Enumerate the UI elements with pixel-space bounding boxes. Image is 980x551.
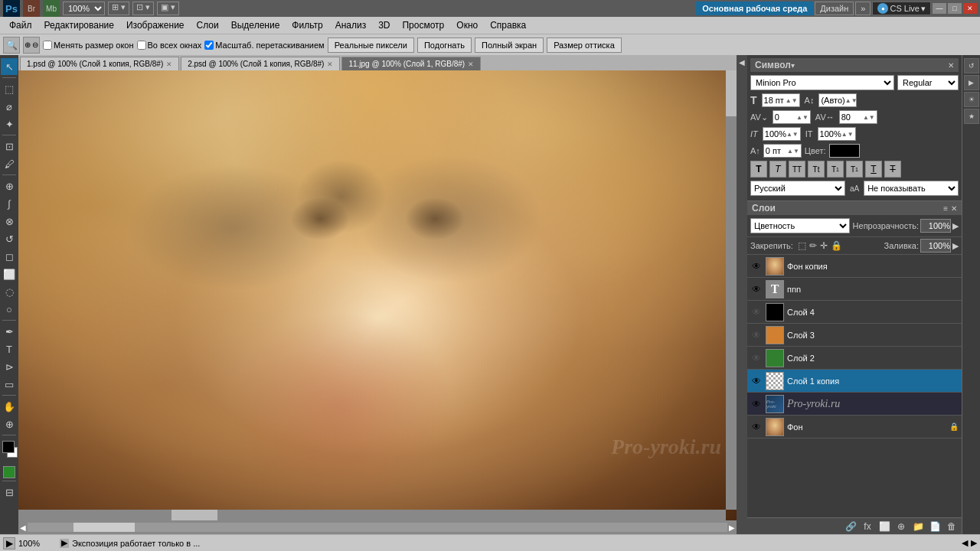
menu-window[interactable]: Окно [450,17,484,34]
close-button[interactable]: ✕ [963,3,977,14]
vertical-scroll-thumb[interactable] [726,70,737,116]
tab-1psd[interactable]: 1.psd @ 100% (Слой 1 копия, RGB/8#) ✕ [20,57,179,70]
gradient-tool[interactable]: ⬜ [1,266,18,282]
tracking-input[interactable]: 80 ▲▼ [839,110,877,124]
layer-visibility-sloy4[interactable]: 👁 [750,306,763,318]
h-scale-input[interactable]: 100% ▲▼ [763,127,801,141]
lock-pixels-icon[interactable]: ⬚ [798,240,806,251]
opacity-arrow[interactable]: ▶ [952,221,959,231]
menu-analysis[interactable]: Анализ [329,17,373,34]
mb-button[interactable]: Mb [43,0,60,17]
scrubby-zoom-checkbox[interactable] [204,41,214,50]
lock-move-icon[interactable]: ✛ [820,240,828,251]
workspace-button[interactable]: Основная рабочая среда [696,2,813,15]
resize-windows-checkbox[interactable] [43,41,52,50]
canvas-nav-left[interactable]: ◀ [20,523,26,532]
status-nav-right[interactable]: ▶ [971,538,977,548]
antialiasing-select[interactable]: Не показывать Резкое Четкое [864,181,959,196]
canvas-nav-right[interactable]: ▶ [729,523,735,532]
font-style-select[interactable]: Regular Bold Italic [897,75,959,90]
scrubby-zoom-checkbox-label[interactable]: Масштаб. перетаскиванием [204,41,324,50]
menu-3d[interactable]: 3D [372,17,396,34]
brush-tool[interactable]: ∫ [1,195,18,212]
font-size-input[interactable]: 18 пт ▲▼ [762,93,800,107]
opacity-input[interactable] [920,219,951,233]
quick-select-tool[interactable]: ✦ [1,116,18,132]
layer-item-pnn[interactable]: 👁 T пnn [747,278,962,301]
maximize-button[interactable]: □ [948,3,962,14]
zoom-in-icon[interactable]: ⊕ ⊖ [23,37,40,54]
italic-text-btn[interactable]: T [769,161,786,178]
leading-input[interactable]: (Авто) ▲▼ [818,93,857,107]
blur-tool[interactable]: ◌ [1,283,18,300]
text-color-swatch[interactable] [829,144,860,158]
vtab-history[interactable]: ↺ [964,58,979,73]
layers-panel-close[interactable]: ✕ [951,204,957,213]
menu-layers[interactable]: Слои [191,17,225,34]
layer-item-sloy3[interactable]: 👁 Слой 3 [747,324,962,347]
pen-tool[interactable]: ✒ [1,323,18,340]
menu-filter[interactable]: Фильтр [286,17,328,34]
layer-style-btn[interactable]: fx [861,520,874,533]
layer-visibility-fon-kopiya[interactable]: 👁 [750,260,763,272]
menu-edit[interactable]: Редактирование [38,17,120,34]
tab-close-3[interactable]: ✕ [468,60,474,68]
layer-visibility-watermark[interactable]: 👁 [750,398,763,410]
layer-item-watermark[interactable]: 👁 Pro-yroki Pro-yroki.ru [747,393,962,416]
history-brush-tool[interactable]: ↺ [1,230,18,247]
layer-item-sloy2[interactable]: 👁 Слой 2 [747,347,962,370]
screen-mode-btn3[interactable]: ▣ ▾ [157,2,179,15]
group-layers-btn[interactable]: 📁 [911,520,925,533]
quick-mask-mode[interactable] [3,466,15,478]
v-scale-input[interactable]: 100% ▲▼ [818,127,856,141]
marquee-tool[interactable]: ⬚ [1,80,18,97]
status-nav-left[interactable]: ◀ [962,538,968,548]
layer-mask-btn[interactable]: ⬜ [877,520,891,533]
screen-mode-btn2[interactable]: ⊡ ▾ [132,2,154,15]
canvas-wrapper[interactable]: Pro-yroki.ru [18,70,737,520]
link-layers-btn[interactable]: 🔗 [844,520,858,533]
dodge-tool[interactable]: ○ [1,301,18,318]
screen-mode-toggle[interactable]: ⊟ [1,484,18,500]
layer-item-sloy4[interactable]: 👁 Слой 4 [747,301,962,324]
vtab-adjustments[interactable]: ☀ [964,92,979,107]
canvas-nav-thumb[interactable] [74,523,135,532]
language-select[interactable]: Русский English [750,181,845,196]
minimize-button[interactable]: — [933,3,946,14]
tab-close-1[interactable]: ✕ [166,60,172,68]
actual-pixels-button[interactable]: Реальные пиксели [328,37,414,53]
move-tool[interactable]: ↖ [1,58,18,75]
zoom-select[interactable]: 100% 50% 200% [63,2,105,15]
design-button[interactable]: Дизайн [815,2,854,15]
all-windows-checkbox-label[interactable]: Во всех окнах [137,41,202,50]
layer-item-fon-kopiya[interactable]: 👁 Фон копия [747,255,962,278]
font-family-select[interactable]: Minion Pro [750,75,894,90]
resize-windows-checkbox-label[interactable]: Менять размер окон [43,41,134,50]
canvas-nav-scrollbar[interactable] [28,523,727,532]
layer-item-fon[interactable]: 👁 Фон 🔒 [747,416,962,439]
statusbar-arrow-btn[interactable]: ▶ [3,537,15,549]
layers-panel-menu[interactable]: ≡ [943,204,948,213]
strikethrough-text-btn[interactable]: T [884,161,901,178]
eraser-tool[interactable]: ◻ [1,248,18,265]
symbol-panel-close[interactable]: ✕ [948,61,954,70]
vertical-scrollbar[interactable] [726,70,737,510]
tab-11jpg[interactable]: 11.jpg @ 100% (Слой 1, RGB/8#) ✕ [341,57,481,70]
type-tool[interactable]: T [1,341,18,357]
layer-visibility-sloy2[interactable]: 👁 [750,352,763,364]
kerning-input[interactable]: 0 ▲▼ [773,110,811,124]
horizontal-scrollbar[interactable] [18,510,726,520]
baseline-input[interactable]: 0 пт ▲▼ [763,144,802,158]
layer-visibility-sloy1-kopiya[interactable]: 👁 [750,375,763,387]
tab-close-2[interactable]: ✕ [327,60,333,68]
crop-tool[interactable]: ⊡ [1,138,18,155]
path-select-tool[interactable]: ⊳ [1,358,18,375]
layer-visibility-pnn[interactable]: 👁 [750,283,763,295]
panel-collapse[interactable]: ◀ [737,55,747,534]
smallcaps-text-btn[interactable]: Tt [808,161,825,178]
lasso-tool[interactable]: ⌀ [1,98,18,115]
eyedropper-tool[interactable]: 🖊 [1,155,18,172]
bold-text-btn[interactable]: T [750,161,767,178]
vtab-styles[interactable]: ★ [964,109,979,124]
br-button[interactable]: Br [23,0,40,17]
